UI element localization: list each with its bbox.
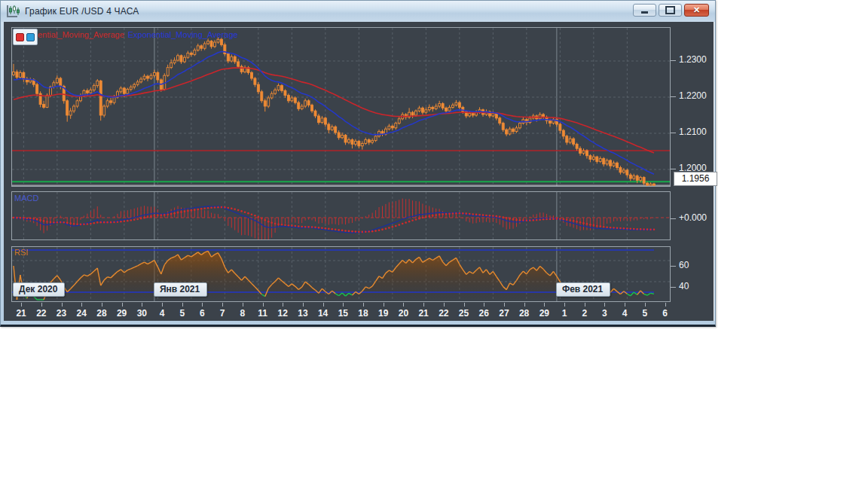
time-tick-label: 26 xyxy=(479,308,489,319)
time-tick xyxy=(343,303,344,307)
time-tick-label: 28 xyxy=(96,308,106,319)
time-tick-label: 4 xyxy=(160,308,165,319)
indicator-legend[interactable] xyxy=(13,29,38,45)
time-tick xyxy=(62,303,63,307)
time-tick xyxy=(384,303,384,307)
rsi-label: RSI xyxy=(14,248,28,257)
month-label-badge: Фев 2021 xyxy=(556,282,610,297)
price-tick xyxy=(671,133,676,133)
time-tick-label: 18 xyxy=(358,308,368,319)
time-tick xyxy=(243,303,243,307)
time-tick-label: 13 xyxy=(298,308,307,319)
price-tick xyxy=(671,96,676,97)
window-titlebar[interactable]: График EUR /USD 4 ЧАСА ✕ xyxy=(1,1,715,22)
axis-tick xyxy=(671,266,676,267)
time-tick xyxy=(323,303,324,307)
time-tick-label: 8 xyxy=(240,308,245,319)
time-tick-label: 1 xyxy=(562,308,567,319)
month-label-badge: Янв 2021 xyxy=(154,282,207,297)
time-tick xyxy=(303,303,304,307)
time-tick-label: 21 xyxy=(418,308,428,319)
time-tick xyxy=(162,303,163,307)
time-tick xyxy=(122,303,123,307)
time-tick xyxy=(403,303,404,307)
time-tick xyxy=(283,303,283,307)
rsi-tick-label: 60 xyxy=(679,260,689,270)
time-tick-label: 21 xyxy=(16,308,26,319)
chart-client-area: ential_Moving_AverageExponential_Moving_… xyxy=(4,22,714,321)
time-tick-label: 28 xyxy=(519,308,529,319)
time-tick xyxy=(524,303,525,307)
price-chart-svg xyxy=(12,28,670,186)
month-label-badge: Дек 2020 xyxy=(13,282,65,297)
axis-tick xyxy=(671,218,676,219)
chart-window: График EUR /USD 4 ЧАСА ✕ ential_Moving_A… xyxy=(0,0,716,327)
time-tick-label: 29 xyxy=(539,308,549,319)
time-tick-label: 14 xyxy=(318,308,328,319)
time-tick-label: 3 xyxy=(602,308,607,319)
close-button[interactable]: ✕ xyxy=(684,4,709,17)
macd-panel[interactable] xyxy=(11,191,671,240)
time-tick xyxy=(464,303,465,307)
time-tick xyxy=(585,303,585,307)
time-tick xyxy=(665,303,666,307)
price-tick xyxy=(671,60,676,61)
time-tick-label: 20 xyxy=(399,308,408,319)
time-tick-label: 22 xyxy=(36,308,46,319)
time-tick xyxy=(444,303,445,307)
price-tick-label: 1.2300 xyxy=(679,54,707,65)
time-tick-label: 6 xyxy=(200,308,205,319)
time-tick xyxy=(21,303,22,307)
time-tick xyxy=(504,303,505,307)
time-tick-label: 19 xyxy=(378,308,388,319)
time-tick xyxy=(604,303,605,307)
time-tick xyxy=(363,303,364,307)
close-icon: ✕ xyxy=(693,5,700,15)
minimize-button[interactable] xyxy=(633,4,656,17)
candlestick-chart-icon xyxy=(7,5,20,17)
macd-label: MACD xyxy=(14,194,38,203)
time-tick-label: 24 xyxy=(77,308,87,319)
time-tick xyxy=(202,303,203,307)
time-tick xyxy=(645,303,646,307)
time-tick-label: 27 xyxy=(499,308,509,319)
time-tick-label: 22 xyxy=(439,308,448,319)
time-tick-label: 15 xyxy=(338,308,348,319)
axis-tick xyxy=(671,287,676,288)
minimize-icon xyxy=(641,11,648,14)
ema-blue-label: Exponential_Moving_Average xyxy=(128,30,238,39)
price-tick-label: 1.2100 xyxy=(679,127,707,137)
red-ema-swatch-icon xyxy=(16,33,24,41)
time-tick-label: 6 xyxy=(662,308,668,319)
time-tick-label: 7 xyxy=(220,308,225,319)
maximize-button[interactable] xyxy=(659,4,682,17)
time-tick-label: 25 xyxy=(459,308,469,319)
time-tick xyxy=(625,303,625,307)
time-tick xyxy=(142,303,142,307)
time-tick-label: 11 xyxy=(258,308,267,319)
time-tick-label: 30 xyxy=(137,308,147,319)
blue-ema-swatch-icon xyxy=(26,33,35,41)
macd-chart-svg xyxy=(12,192,670,239)
time-tick-label: 5 xyxy=(642,308,647,319)
time-tick xyxy=(263,303,264,307)
time-tick xyxy=(102,303,102,307)
time-tick-label: 5 xyxy=(179,308,185,319)
window-title: График EUR /USD 4 ЧАСА xyxy=(25,6,139,17)
time-tick-label: 23 xyxy=(57,308,66,319)
rsi-tick-label: 40 xyxy=(679,281,689,291)
price-tick-label: 1.2200 xyxy=(679,90,707,101)
time-tick xyxy=(423,303,424,307)
maximize-icon xyxy=(665,6,675,14)
price-panel[interactable] xyxy=(11,27,671,187)
time-tick-label: 4 xyxy=(622,308,628,319)
time-tick-label: 2 xyxy=(582,308,587,319)
time-tick xyxy=(222,303,223,307)
last-price-badge: 1.1956 xyxy=(674,172,717,186)
time-tick xyxy=(81,303,82,307)
indicator-legend-labels: ential_Moving_AverageExponential_Moving_… xyxy=(38,30,238,39)
time-axis[interactable]: 2122232428293045678111213141518192021222… xyxy=(4,302,714,321)
time-tick xyxy=(484,303,484,307)
time-tick xyxy=(544,303,545,307)
time-tick xyxy=(41,303,42,307)
